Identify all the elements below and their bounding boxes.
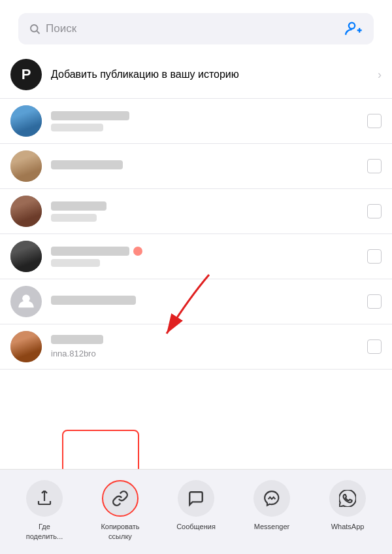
contact-checkbox[interactable] [367, 339, 382, 354]
avatar [10, 331, 42, 362]
contact-checkbox[interactable] [367, 159, 382, 173]
svg-line-1 [37, 31, 39, 33]
where-share-label: Где поделить... [24, 522, 65, 541]
svg-point-0 [31, 25, 38, 32]
story-chevron-icon: › [378, 68, 382, 82]
story-avatar-letter: P [22, 66, 31, 83]
list-item[interactable] [0, 234, 392, 279]
share-action-whatsapp[interactable]: WhatsApp [310, 480, 385, 531]
contact-sub [51, 214, 97, 222]
svg-point-2 [349, 23, 355, 29]
search-icon [29, 23, 41, 35]
contact-name [51, 111, 129, 120]
list-item[interactable] [0, 99, 392, 144]
add-people-icon[interactable] [345, 20, 363, 38]
share-action-messenger[interactable]: Messenger [234, 480, 310, 531]
contact-name [51, 247, 129, 256]
avatar [10, 150, 42, 182]
whatsapp-icon [339, 490, 356, 507]
messenger-icon [263, 490, 280, 507]
contact-name [51, 160, 123, 169]
share-action-where[interactable]: Где поделить... [7, 480, 82, 541]
share-sheet: Где поделить... Копировать ссылку Сообще… [0, 469, 392, 554]
whatsapp-label: WhatsApp [331, 522, 365, 531]
contact-checkbox[interactable] [367, 114, 382, 128]
contact-sub [51, 259, 100, 267]
search-placeholder: Поиск [46, 22, 76, 35]
contact-name [51, 296, 136, 305]
whatsapp-icon-btn[interactable] [329, 480, 366, 517]
messages-label: Сообщения [176, 522, 216, 531]
messenger-label: Messenger [254, 522, 289, 531]
avatar [10, 105, 42, 137]
contact-name [51, 335, 103, 344]
avatar [10, 286, 42, 317]
search-bar[interactable]: Поиск [18, 13, 374, 44]
contact-sub-text: inna.812bro [51, 349, 96, 358]
upload-icon [37, 491, 52, 506]
list-item[interactable] [0, 279, 392, 324]
chat-icon [188, 490, 204, 507]
avatar [10, 196, 42, 227]
story-label: Добавить публикацию в вашу историю [51, 69, 378, 80]
list-item[interactable] [0, 144, 392, 189]
story-avatar: P [10, 59, 42, 90]
contact-sub [51, 124, 103, 131]
where-share-icon[interactable] [26, 480, 63, 517]
copy-link-icon[interactable] [102, 480, 139, 517]
person-icon [17, 292, 35, 311]
link-icon [112, 490, 129, 507]
contact-checkbox[interactable] [367, 294, 382, 309]
contact-list: inna.812bro [0, 99, 392, 370]
copy-link-action[interactable]: Копировать ссылку [82, 480, 158, 541]
contact-checkbox[interactable] [367, 204, 382, 218]
messenger-icon-btn[interactable] [253, 480, 290, 517]
messages-icon[interactable] [178, 480, 214, 517]
contact-checkbox[interactable] [367, 249, 382, 264]
list-item[interactable]: inna.812bro [0, 324, 392, 370]
avatar [10, 241, 42, 272]
share-action-messages[interactable]: Сообщения [158, 480, 234, 531]
copy-link-label: Копировать ссылку [99, 522, 141, 541]
list-item[interactable] [0, 189, 392, 234]
contact-name [51, 201, 106, 211]
share-actions-row: Где поделить... Копировать ссылку Сообще… [0, 480, 392, 541]
add-to-story-row[interactable]: P Добавить публикацию в вашу историю › [0, 51, 392, 99]
